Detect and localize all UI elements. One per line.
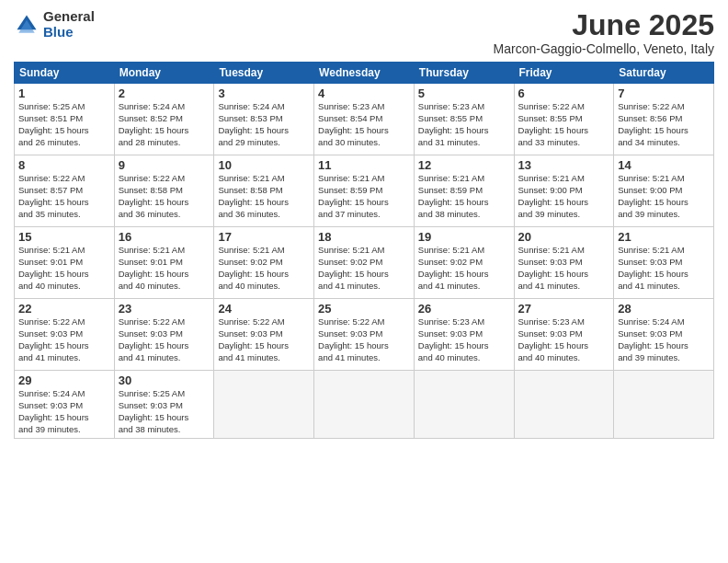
calendar-subtitle: Marcon-Gaggio-Colmello, Veneto, Italy [494, 41, 714, 56]
table-row: 17Sunrise: 5:21 AM Sunset: 9:02 PM Dayli… [214, 227, 314, 299]
col-saturday: Saturday [614, 63, 714, 84]
table-row [314, 371, 415, 439]
col-wednesday: Wednesday [314, 63, 415, 84]
day-number: 29 [18, 373, 110, 387]
table-row: 24Sunrise: 5:22 AM Sunset: 9:03 PM Dayli… [214, 299, 314, 371]
day-info: Sunrise: 5:22 AM Sunset: 9:03 PM Dayligh… [218, 316, 310, 363]
day-info: Sunrise: 5:24 AM Sunset: 9:03 PM Dayligh… [618, 316, 710, 363]
table-row: 23Sunrise: 5:22 AM Sunset: 9:03 PM Dayli… [114, 299, 214, 371]
table-row: 15Sunrise: 5:21 AM Sunset: 9:01 PM Dayli… [15, 227, 115, 299]
day-number: 21 [618, 230, 710, 244]
table-row [514, 371, 614, 439]
table-row [214, 371, 314, 439]
table-row: 10Sunrise: 5:21 AM Sunset: 8:58 PM Dayli… [214, 155, 314, 227]
day-number: 12 [418, 158, 510, 172]
table-row: 3Sunrise: 5:24 AM Sunset: 8:53 PM Daylig… [214, 84, 314, 155]
day-number: 9 [119, 158, 210, 172]
day-number: 14 [618, 158, 710, 172]
table-row: 6Sunrise: 5:22 AM Sunset: 8:55 PM Daylig… [514, 84, 614, 155]
day-number: 26 [418, 302, 510, 316]
day-info: Sunrise: 5:21 AM Sunset: 9:01 PM Dayligh… [18, 245, 110, 292]
day-info: Sunrise: 5:21 AM Sunset: 9:03 PM Dayligh… [518, 245, 610, 292]
day-info: Sunrise: 5:25 AM Sunset: 8:51 PM Dayligh… [18, 101, 110, 148]
day-number: 5 [418, 86, 510, 100]
title-block: June 2025 Marcon-Gaggio-Colmello, Veneto… [494, 9, 714, 56]
day-number: 18 [318, 230, 410, 244]
day-info: Sunrise: 5:21 AM Sunset: 8:59 PM Dayligh… [318, 173, 410, 220]
day-info: Sunrise: 5:21 AM Sunset: 9:02 PM Dayligh… [318, 245, 410, 292]
day-number: 1 [18, 86, 110, 100]
table-row: 26Sunrise: 5:23 AM Sunset: 9:03 PM Dayli… [414, 299, 514, 371]
table-row: 20Sunrise: 5:21 AM Sunset: 9:03 PM Dayli… [514, 227, 614, 299]
day-number: 17 [218, 230, 310, 244]
table-row: 4Sunrise: 5:23 AM Sunset: 8:54 PM Daylig… [314, 84, 415, 155]
table-row: 28Sunrise: 5:24 AM Sunset: 9:03 PM Dayli… [614, 299, 714, 371]
table-row: 25Sunrise: 5:22 AM Sunset: 9:03 PM Dayli… [314, 299, 415, 371]
calendar-table: Sunday Monday Tuesday Wednesday Thursday… [14, 62, 714, 439]
logo-icon [14, 12, 40, 38]
day-number: 27 [518, 302, 610, 316]
table-row: 30Sunrise: 5:25 AM Sunset: 9:03 PM Dayli… [114, 371, 214, 439]
table-row: 22Sunrise: 5:22 AM Sunset: 9:03 PM Dayli… [15, 299, 115, 371]
day-number: 13 [518, 158, 610, 172]
table-row: 21Sunrise: 5:21 AM Sunset: 9:03 PM Dayli… [614, 227, 714, 299]
day-info: Sunrise: 5:21 AM Sunset: 9:03 PM Dayligh… [618, 245, 710, 292]
col-monday: Monday [114, 63, 214, 84]
day-number: 28 [618, 302, 710, 316]
table-row: 18Sunrise: 5:21 AM Sunset: 9:02 PM Dayli… [314, 227, 415, 299]
table-row: 8Sunrise: 5:22 AM Sunset: 8:57 PM Daylig… [15, 155, 115, 227]
day-number: 15 [18, 230, 110, 244]
day-number: 3 [218, 86, 310, 100]
day-info: Sunrise: 5:21 AM Sunset: 9:02 PM Dayligh… [418, 245, 510, 292]
header-row: Sunday Monday Tuesday Wednesday Thursday… [15, 63, 714, 84]
table-row: 9Sunrise: 5:22 AM Sunset: 8:58 PM Daylig… [114, 155, 214, 227]
logo: General Blue [14, 9, 95, 40]
day-info: Sunrise: 5:21 AM Sunset: 9:01 PM Dayligh… [119, 245, 210, 292]
table-row: 13Sunrise: 5:21 AM Sunset: 9:00 PM Dayli… [514, 155, 614, 227]
day-number: 10 [218, 158, 310, 172]
day-number: 24 [218, 302, 310, 316]
table-row: 11Sunrise: 5:21 AM Sunset: 8:59 PM Dayli… [314, 155, 415, 227]
day-number: 30 [119, 373, 210, 387]
col-thursday: Thursday [414, 63, 514, 84]
day-info: Sunrise: 5:23 AM Sunset: 9:03 PM Dayligh… [418, 316, 510, 363]
day-info: Sunrise: 5:21 AM Sunset: 9:02 PM Dayligh… [218, 245, 310, 292]
day-info: Sunrise: 5:21 AM Sunset: 8:59 PM Dayligh… [418, 173, 510, 220]
day-info: Sunrise: 5:22 AM Sunset: 8:58 PM Dayligh… [119, 173, 210, 220]
day-info: Sunrise: 5:22 AM Sunset: 9:03 PM Dayligh… [18, 316, 110, 363]
calendar-title: June 2025 [494, 9, 714, 41]
table-row: 1Sunrise: 5:25 AM Sunset: 8:51 PM Daylig… [15, 84, 115, 155]
table-row: 7Sunrise: 5:22 AM Sunset: 8:56 PM Daylig… [614, 84, 714, 155]
day-number: 2 [119, 86, 210, 100]
table-row: 2Sunrise: 5:24 AM Sunset: 8:52 PM Daylig… [114, 84, 214, 155]
logo-general: General [43, 9, 95, 25]
table-row: 5Sunrise: 5:23 AM Sunset: 8:55 PM Daylig… [414, 84, 514, 155]
day-number: 16 [119, 230, 210, 244]
day-info: Sunrise: 5:22 AM Sunset: 8:56 PM Dayligh… [618, 101, 710, 148]
day-number: 23 [119, 302, 210, 316]
day-number: 8 [18, 158, 110, 172]
day-number: 22 [18, 302, 110, 316]
day-info: Sunrise: 5:24 AM Sunset: 8:53 PM Dayligh… [218, 101, 310, 148]
table-row: 19Sunrise: 5:21 AM Sunset: 9:02 PM Dayli… [414, 227, 514, 299]
page: General Blue June 2025 Marcon-Gaggio-Col… [0, 0, 728, 563]
table-row: 27Sunrise: 5:23 AM Sunset: 9:03 PM Dayli… [514, 299, 614, 371]
day-info: Sunrise: 5:24 AM Sunset: 9:03 PM Dayligh… [18, 388, 110, 435]
day-info: Sunrise: 5:22 AM Sunset: 8:55 PM Dayligh… [518, 101, 610, 148]
table-row: 12Sunrise: 5:21 AM Sunset: 8:59 PM Dayli… [414, 155, 514, 227]
col-friday: Friday [514, 63, 614, 84]
day-number: 4 [318, 86, 410, 100]
table-row: 16Sunrise: 5:21 AM Sunset: 9:01 PM Dayli… [114, 227, 214, 299]
day-info: Sunrise: 5:22 AM Sunset: 8:57 PM Dayligh… [18, 173, 110, 220]
logo-blue: Blue [43, 25, 95, 40]
day-info: Sunrise: 5:24 AM Sunset: 8:52 PM Dayligh… [119, 101, 210, 148]
day-number: 6 [518, 86, 610, 100]
col-tuesday: Tuesday [214, 63, 314, 84]
logo-text: General Blue [43, 9, 95, 40]
day-info: Sunrise: 5:22 AM Sunset: 9:03 PM Dayligh… [119, 316, 210, 363]
day-info: Sunrise: 5:21 AM Sunset: 8:58 PM Dayligh… [218, 173, 310, 220]
day-info: Sunrise: 5:21 AM Sunset: 9:00 PM Dayligh… [518, 173, 610, 220]
day-number: 19 [418, 230, 510, 244]
day-number: 7 [618, 86, 710, 100]
table-row [614, 371, 714, 439]
